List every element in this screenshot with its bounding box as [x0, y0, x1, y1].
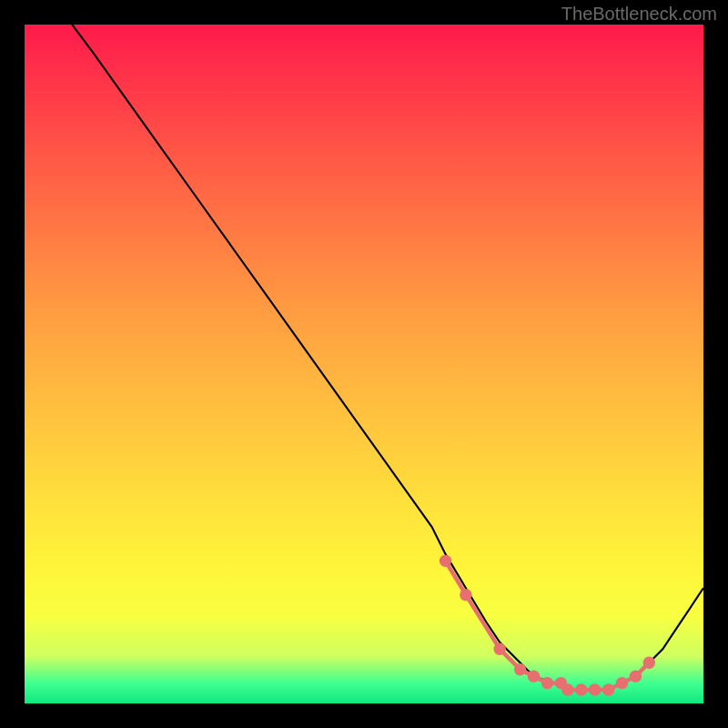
chart-markers [440, 555, 655, 696]
chart-marker-dot [460, 589, 471, 601]
chart-marker-dot [602, 683, 614, 695]
chart-marker-dot [575, 683, 587, 695]
chart-svg [25, 25, 703, 703]
chart-curve-line [72, 25, 703, 690]
chart-marker-dot [643, 657, 655, 669]
chart-plot-area [25, 25, 703, 703]
chart-marker-dot [589, 683, 601, 695]
watermark-text: TheBottleneck.com [561, 4, 717, 25]
chart-marker-dot [630, 670, 642, 682]
chart-marker-dot [541, 677, 553, 689]
chart-marker-dot [440, 555, 451, 567]
chart-marker-segment [446, 561, 650, 690]
chart-marker-dot [528, 670, 540, 682]
chart-marker-dot [616, 677, 628, 689]
chart-marker-dot [561, 683, 573, 695]
chart-marker-dot [493, 643, 505, 655]
chart-marker-dot [514, 663, 526, 675]
